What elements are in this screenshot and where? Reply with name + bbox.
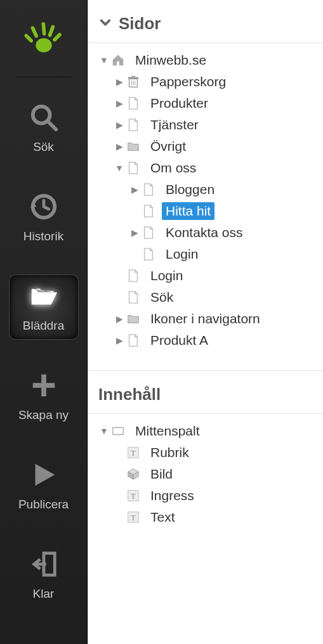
- content-header-label: Innehåll: [98, 385, 161, 404]
- sidebar-item-search[interactable]: Sök: [10, 96, 78, 160]
- svg-rect-21: [113, 428, 124, 435]
- tree-label: Rubrik: [147, 444, 193, 461]
- page-icon: [125, 117, 142, 133]
- svg-rect-5: [52, 32, 62, 42]
- sidebar-item-done[interactable]: Klar: [10, 543, 78, 607]
- tree-label: Övrigt: [147, 138, 190, 155]
- sidebar-item-create[interactable]: Skapa ny: [10, 364, 78, 428]
- tree-label: Produkter: [147, 94, 212, 112]
- svg-rect-20: [131, 76, 135, 77]
- pages-section-header[interactable]: Sidor: [88, 0, 323, 43]
- arrow-collapsed-icon[interactable]: ▶: [129, 184, 140, 195]
- arrow-collapsed-icon[interactable]: ▶: [114, 120, 125, 130]
- sidebar-item-label: Skapa ny: [18, 408, 69, 422]
- svg-rect-19: [128, 77, 139, 79]
- tree-item[interactable]: Login: [95, 243, 320, 265]
- folder-icon: [125, 311, 142, 327]
- tree-item[interactable]: ▶ Tjänster: [95, 114, 320, 136]
- tree-label: Ingress: [147, 487, 198, 505]
- sidebar-item-label: Klar: [33, 587, 55, 601]
- tree-item-selected[interactable]: Hitta hit: [95, 200, 320, 222]
- tree-item[interactable]: Login: [95, 265, 320, 287]
- tree-item-expanded[interactable]: ▼ Om oss: [95, 157, 320, 179]
- svg-rect-4: [23, 33, 34, 43]
- folder-open-icon: [29, 281, 58, 314]
- content-item[interactable]: T Ingress: [95, 485, 320, 506]
- tree-label: Login: [162, 245, 202, 263]
- text-block-icon: T: [125, 487, 142, 504]
- folder-icon: [125, 138, 142, 155]
- sidebar-item-browse[interactable]: Bläddra: [10, 275, 78, 339]
- svg-point-0: [36, 38, 51, 52]
- plus-icon: [29, 371, 58, 403]
- tree-label: Sök: [147, 288, 177, 306]
- tree-label: Bloggen: [162, 181, 218, 198]
- content-tree: ▼ Mittenspalt T Rubrik Bild T Ingress: [88, 414, 323, 538]
- tree-label: Bild: [147, 465, 176, 483]
- arrow-collapsed-icon[interactable]: ▶: [114, 141, 125, 151]
- svg-rect-1: [41, 22, 46, 35]
- search-icon: [29, 103, 58, 135]
- left-sidebar: Sök Historik Bläddra Skapa ny Publicera …: [0, 0, 88, 644]
- arrow-expanded-icon[interactable]: ▼: [114, 163, 125, 173]
- text-block-icon: T: [125, 444, 142, 461]
- tree-root[interactable]: ▼ Minwebb.se: [95, 49, 320, 71]
- tree-item[interactable]: ▶ Produkt A: [95, 330, 320, 351]
- arrow-expanded-icon[interactable]: ▼: [98, 55, 110, 65]
- tree-item[interactable]: ▶ Produkter: [95, 93, 320, 114]
- sidebar-item-history[interactable]: Historik: [10, 186, 78, 250]
- tree-item[interactable]: ▶ Ikoner i navigatorn: [95, 308, 320, 330]
- tree-label: Ikoner i navigatorn: [147, 310, 264, 328]
- arrow-collapsed-icon[interactable]: ▶: [129, 228, 140, 238]
- tree-item[interactable]: Sök: [95, 287, 320, 308]
- tree-item[interactable]: ▶ Kontakta oss: [95, 222, 320, 243]
- arrow-expanded-icon[interactable]: ▼: [98, 426, 110, 436]
- tree-label: Papperskorg: [147, 73, 230, 91]
- trash-icon: [125, 74, 142, 90]
- svg-rect-11: [32, 383, 55, 388]
- play-icon: [29, 460, 58, 493]
- page-icon: [125, 289, 142, 306]
- svg-rect-3: [47, 25, 55, 37]
- tree-label: Minwebb.se: [131, 51, 210, 69]
- tree-item[interactable]: ▶ Övrigt: [95, 136, 320, 157]
- app-logo: [22, 18, 66, 65]
- content-item[interactable]: T Rubrik: [95, 442, 320, 463]
- page-icon: [140, 246, 157, 262]
- content-root[interactable]: ▼ Mittenspalt: [95, 420, 320, 442]
- exit-icon: [29, 550, 58, 582]
- layout-icon: [110, 423, 126, 439]
- svg-rect-2: [30, 25, 38, 38]
- arrow-collapsed-icon[interactable]: ▶: [114, 314, 125, 324]
- sidebar-item-publish[interactable]: Publicera: [10, 454, 78, 518]
- tree-label: Text: [147, 508, 179, 526]
- tree-item-trash[interactable]: ▶ Papperskorg: [95, 71, 320, 93]
- svg-marker-12: [35, 464, 55, 486]
- tree-label: Kontakta oss: [162, 224, 246, 242]
- home-icon: [110, 52, 126, 68]
- arrow-collapsed-icon[interactable]: ▶: [114, 98, 125, 108]
- page-icon: [140, 224, 157, 241]
- content-section-header[interactable]: Innehåll: [88, 370, 323, 414]
- pages-tree: ▼ Minwebb.se ▶ Papperskorg ▶ Produkter ▶…: [88, 43, 323, 361]
- sidebar-item-label: Historik: [23, 229, 63, 243]
- sidebar-item-label: Publicera: [18, 498, 69, 512]
- tree-label: Mittenspalt: [131, 422, 204, 440]
- text-block-icon: T: [125, 509, 142, 525]
- main-panel: Sidor ▼ Minwebb.se ▶ Papperskorg ▶ Produ…: [88, 0, 323, 644]
- sidebar-item-label: Sök: [33, 140, 54, 154]
- tree-label: Produkt A: [147, 332, 212, 349]
- tree-label: Tjänster: [147, 116, 202, 134]
- arrow-collapsed-icon[interactable]: ▶: [114, 335, 125, 345]
- tree-item[interactable]: ▶ Bloggen: [95, 179, 320, 200]
- page-icon: [125, 267, 142, 284]
- tree-label: Om oss: [147, 159, 200, 177]
- content-item[interactable]: T Text: [95, 506, 320, 528]
- svg-line-7: [47, 121, 55, 129]
- svg-text:T: T: [131, 513, 136, 522]
- arrow-collapsed-icon[interactable]: ▶: [114, 77, 125, 87]
- svg-text:T: T: [131, 449, 136, 458]
- content-item[interactable]: Bild: [95, 463, 320, 485]
- chevron-down-icon: [98, 14, 112, 34]
- content-section: Innehåll ▼ Mittenspalt T Rubrik Bild T: [88, 370, 323, 538]
